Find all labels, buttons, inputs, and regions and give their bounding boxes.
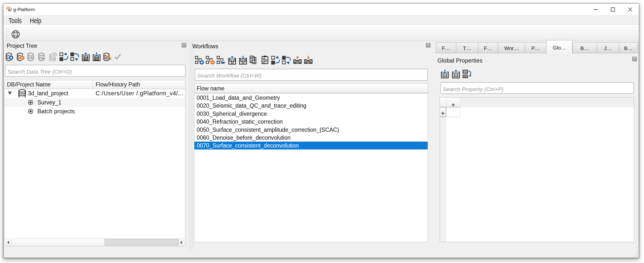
- svg-text:g: g: [8, 7, 10, 11]
